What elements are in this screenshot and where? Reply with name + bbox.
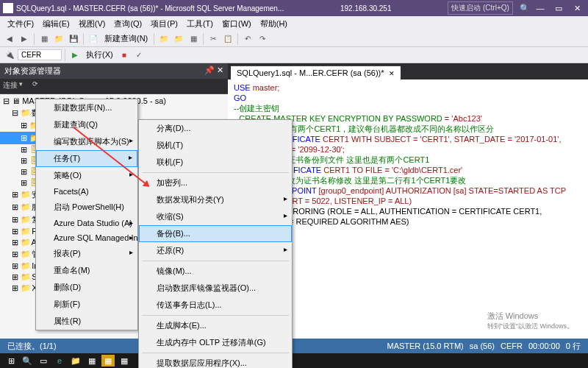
ctx-item[interactable]: 生成脚本(E)...	[139, 317, 292, 334]
menu-project[interactable]: 项目(P)	[146, 17, 182, 31]
tab-strip: SQLQuery1.sql - M...ER.CEFR (sa (56))*✕	[228, 63, 588, 79]
ctx-item[interactable]: 新建数据库(N)...	[36, 99, 137, 116]
menu-window[interactable]: 窗口(W)	[218, 17, 256, 31]
refresh-icon[interactable]: ⟳	[32, 80, 44, 92]
connect-icon[interactable]: 🔌	[3, 49, 16, 62]
parse-icon[interactable]: ✓	[132, 49, 146, 62]
execute-icon[interactable]: ▶	[68, 49, 82, 62]
new-query-button[interactable]: 新建查询(N)	[101, 33, 151, 44]
menu-query[interactable]: 查询(Q)	[110, 17, 146, 31]
ctx-item[interactable]: 报表(P)	[36, 245, 137, 262]
ctx-item[interactable]: 重命名(M)	[36, 262, 137, 279]
menu-tools[interactable]: 工具(T)	[182, 17, 218, 31]
ctx-item[interactable]: 策略(O)	[36, 167, 137, 184]
ctx-item[interactable]: 删除(D)	[36, 279, 137, 296]
ctx-item[interactable]: 启动 PowerShell(H)	[36, 199, 137, 216]
server-ip: 192.168.30.251	[284, 4, 448, 13]
ctx-item[interactable]: 启动数据库镜像监视器(O)...	[139, 280, 292, 297]
folder2-icon[interactable]: 📁	[172, 32, 185, 46]
context-menu-database: 新建数据库(N)...新建查询(Q)编写数据库脚本为(S)任务(T)策略(O)F…	[35, 99, 138, 330]
close-button[interactable]: ✕	[569, 4, 585, 13]
app1-icon[interactable]: ▦	[85, 355, 98, 367]
window-title: SQLQuery1.sql - MASTER.CEFR (sa (56))* -…	[16, 4, 284, 13]
folder-icon[interactable]: 📁	[157, 32, 171, 46]
app2-icon[interactable]: ▦	[118, 355, 131, 367]
context-menu-tasks: 分离(D)...脱机(T)联机(F)加密列...数据发现和分类(Y)收缩(S)备…	[138, 119, 293, 368]
menu-help[interactable]: 帮助(H)	[256, 17, 292, 31]
new-project-icon[interactable]: ▦	[37, 32, 51, 46]
redo-icon[interactable]: ↷	[256, 32, 269, 46]
explorer-icon[interactable]: 📁	[69, 355, 82, 367]
search-icon[interactable]: 🔍	[517, 4, 532, 13]
ctx-item[interactable]: 生成内存中 OLTP 迁移清单(G)	[139, 334, 292, 351]
title-bar: SQLQuery1.sql - MASTER.CEFR (sa (56))* -…	[0, 0, 588, 16]
ctx-item[interactable]: 新建查询(Q)	[36, 116, 137, 133]
connect-label[interactable]: 连接	[3, 80, 18, 92]
menu-file[interactable]: 文件(F)	[3, 17, 38, 31]
ctx-item[interactable]: 编写数据库脚本为(S)	[36, 133, 137, 150]
open-icon[interactable]: 📁	[52, 32, 65, 46]
database-combo[interactable]: CEFR	[18, 49, 62, 60]
connect-dropdown-icon[interactable]: ▾	[19, 80, 31, 92]
ctx-item[interactable]: 数据发现和分类(Y)	[139, 191, 292, 208]
ctx-item[interactable]: 收缩(S)	[139, 208, 292, 225]
cut-icon[interactable]: ✂	[207, 32, 220, 46]
toolbar-main: ◀ ▶ ▦ 📁 💾 📄 新建查询(N) 📁 📁 ▦ ✂ 📋 ↶ ↷	[0, 31, 588, 47]
restore-button[interactable]: ▭	[551, 4, 567, 13]
ssms-icon[interactable]: ▦	[101, 355, 115, 367]
ctx-item[interactable]: Azure SQL Managed Instance link	[36, 230, 137, 245]
stop-icon[interactable]: ■	[118, 49, 131, 62]
ctx-item[interactable]: 分离(D)...	[139, 120, 292, 137]
status-bar: 已连接。(1/1) MASTER (15.0 RTM) sa (56) CEFR…	[0, 339, 588, 353]
ctx-item[interactable]: 传送事务日志(L)...	[139, 297, 292, 314]
taskview-icon[interactable]: ▭	[37, 355, 50, 367]
ctx-item[interactable]: 刷新(F)	[36, 296, 137, 313]
tab-sqlquery1[interactable]: SQLQuery1.sql - M...ER.CEFR (sa (56))*✕	[231, 66, 401, 79]
ctx-item[interactable]: 镜像(M)...	[139, 263, 292, 280]
copy-icon[interactable]: 📋	[221, 32, 234, 46]
app-icon	[3, 3, 13, 13]
menu-edit[interactable]: 编辑(E)	[38, 17, 74, 31]
ctx-item[interactable]: 联机(F)	[139, 154, 292, 171]
sql-icon[interactable]: ▦	[187, 32, 200, 46]
menu-view[interactable]: 视图(V)	[74, 17, 110, 31]
taskbar: ⊞ 🔍 ▭ e 📁 ▦ ▦ ▦	[0, 353, 588, 368]
status-db: CEFR	[501, 342, 523, 350]
status-ready: 已连接。(1/1)	[7, 341, 57, 352]
ctx-item[interactable]: 加密列...	[139, 174, 292, 191]
edge-icon[interactable]: e	[53, 355, 66, 367]
ctx-item[interactable]: Facets(A)	[36, 184, 137, 199]
save-icon[interactable]: 💾	[67, 32, 80, 46]
status-time: 00:00:00	[528, 342, 560, 350]
search-icon[interactable]: 🔍	[21, 355, 34, 367]
explorer-title: 对象资源管理器	[4, 66, 61, 77]
new-query-icon[interactable]: 📄	[87, 32, 100, 46]
undo-icon[interactable]: ↶	[241, 32, 254, 46]
ctx-item[interactable]: 还原(R)	[139, 242, 292, 259]
toolbar-query: 🔌 CEFR ▶ 执行(X) ■ ✓	[0, 47, 588, 63]
forward-button[interactable]: ▶	[18, 32, 31, 46]
quick-launch[interactable]: 快速启动 (Ctrl+Q)	[448, 1, 513, 15]
ctx-item[interactable]: 提取数据层应用程序(X)...	[139, 355, 292, 368]
ctx-item[interactable]: 属性(R)	[36, 313, 137, 330]
status-server: MASTER (15.0 RTM)	[387, 342, 463, 350]
ctx-item[interactable]: Azure Data Studio (A)	[36, 216, 137, 230]
execute-button[interactable]: 执行(X)	[83, 49, 116, 60]
status-user: sa (56)	[470, 342, 495, 350]
ctx-item[interactable]: 备份(B)...	[139, 225, 292, 242]
windows-watermark: 激活 Windows 转到"设置"以激活 Windows。	[487, 311, 573, 331]
status-rows: 0 行	[566, 341, 581, 352]
ctx-item[interactable]: 脱机(T)	[139, 137, 292, 154]
minimize-button[interactable]: —	[532, 4, 548, 13]
menu-bar: 文件(F) 编辑(E) 视图(V) 查询(Q) 项目(P) 工具(T) 窗口(W…	[0, 16, 588, 31]
explorer-pin-icon[interactable]: 📌 ✕	[204, 66, 223, 77]
tab-close-icon[interactable]: ✕	[389, 70, 395, 77]
back-button[interactable]: ◀	[3, 32, 16, 46]
start-button[interactable]: ⊞	[4, 355, 18, 367]
